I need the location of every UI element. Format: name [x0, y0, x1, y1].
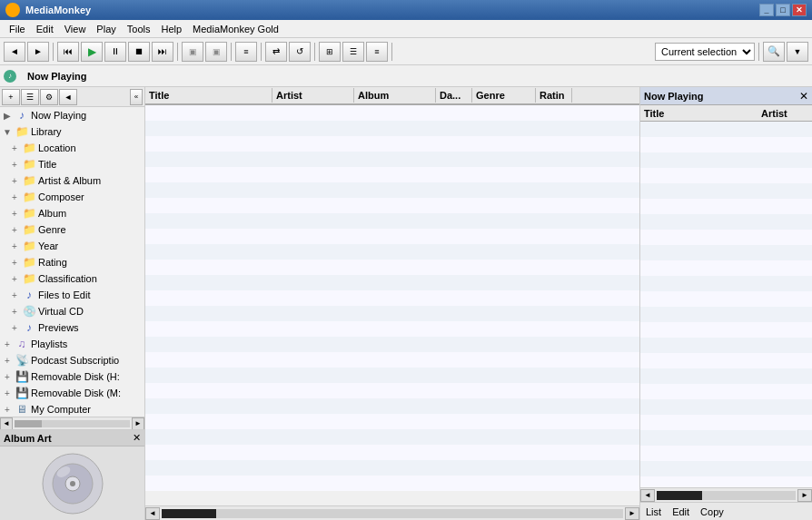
equalizer-button[interactable]: ≡ [235, 42, 257, 62]
repeat-button[interactable]: ↺ [289, 42, 311, 62]
expand-location[interactable]: + [7, 143, 22, 153]
expand-now-playing[interactable]: ▶ [0, 111, 15, 121]
np-row[interactable] [640, 368, 812, 384]
table-row[interactable] [145, 429, 639, 445]
np-row[interactable] [640, 461, 812, 476]
menu-help[interactable]: Help [155, 22, 187, 36]
table-row[interactable] [145, 275, 639, 290]
expand-previews[interactable]: + [7, 323, 22, 333]
prev-button[interactable]: ⏮ [57, 42, 79, 62]
table-row[interactable] [145, 445, 639, 460]
stop-button[interactable]: ⏹ [128, 42, 150, 62]
np-row[interactable] [640, 322, 812, 338]
table-row[interactable] [145, 460, 639, 476]
tree-item-year[interactable]: + 📁 Year [0, 238, 144, 254]
expand-genre[interactable]: + [7, 225, 22, 235]
tree-item-library[interactable]: ▼ 📁 Library [0, 123, 144, 140]
np-row[interactable] [640, 476, 812, 487]
np-row[interactable] [640, 384, 812, 399]
np-copy-link[interactable]: Copy [700, 506, 724, 517]
np-row[interactable] [640, 307, 812, 322]
expand-files-to-edit[interactable]: + [7, 290, 22, 300]
np-edit-link[interactable]: Edit [672, 506, 689, 517]
table-row[interactable] [145, 198, 639, 213]
col-genre[interactable]: Genre [472, 88, 536, 103]
table-row[interactable] [145, 136, 639, 152]
tree-settings-button[interactable]: ⚙ [40, 89, 58, 105]
tree-item-previews[interactable]: + ♪ Previews [0, 319, 144, 336]
table-row[interactable] [145, 398, 639, 414]
np-col-artist[interactable]: Artist [758, 107, 812, 120]
expand-virtual-cd[interactable]: + [7, 307, 22, 317]
np-row[interactable] [640, 137, 812, 152]
menu-play[interactable]: Play [91, 22, 121, 36]
tree-item-rating[interactable]: + 📁 Rating [0, 254, 144, 270]
detail-view-button[interactable]: ≡ [366, 42, 388, 62]
next-button[interactable]: ⏭ [152, 42, 173, 62]
tree-item-podcast[interactable]: + 📡 Podcast Subscriptio [0, 352, 144, 368]
tree-collapse-button[interactable]: « [130, 89, 143, 105]
tree-hscroll-left[interactable]: ◄ [0, 417, 13, 430]
np-row[interactable] [640, 245, 812, 260]
menu-gold[interactable]: MediaMonkey Gold [187, 22, 284, 36]
np-hscroll-right[interactable]: ► [797, 489, 812, 502]
close-button[interactable]: ✕ [792, 4, 807, 16]
table-row[interactable] [145, 321, 639, 337]
tree-hscroll[interactable]: ◄ ► [0, 417, 144, 429]
np-row[interactable] [640, 260, 812, 276]
table-row[interactable] [145, 182, 639, 198]
tree-add-button[interactable]: + [2, 89, 20, 105]
tree-item-files-to-edit[interactable]: + ♪ Files to Edit [0, 287, 144, 303]
tree-item-composer[interactable]: + 📁 Composer [0, 189, 144, 205]
expand-classification[interactable]: + [7, 274, 22, 284]
table-row[interactable] [145, 213, 639, 229]
back-button[interactable]: ◄ [4, 42, 25, 62]
tree-item-virtual-cd[interactable]: + 💿 Virtual CD [0, 303, 144, 319]
expand-title[interactable]: + [7, 160, 22, 170]
table-row[interactable] [145, 306, 639, 321]
minimize-button[interactable]: _ [759, 4, 774, 16]
tree-item-removable1[interactable]: + 💾 Removable Disk (H: [0, 368, 144, 385]
shuffle-button[interactable]: ⇄ [265, 42, 287, 62]
tree-view-button[interactable]: ☰ [21, 89, 39, 105]
np-row[interactable] [640, 399, 812, 415]
tree-item-album[interactable]: + 📁 Album [0, 205, 144, 221]
expand-rating[interactable]: + [7, 258, 22, 268]
col-title[interactable]: Title [145, 88, 272, 103]
content-hscroll-left[interactable]: ◄ [145, 507, 160, 520]
np-hscroll-left[interactable]: ◄ [640, 489, 655, 502]
forward-button[interactable]: ► [27, 42, 49, 62]
selection-dropdown[interactable]: Current selectionLibraryNow Playing [655, 43, 755, 61]
np-row[interactable] [640, 168, 812, 183]
tree-item-removable2[interactable]: + 💾 Removable Disk (M: [0, 385, 144, 401]
tree-item-my-computer[interactable]: + 🖥 My Computer [0, 401, 144, 417]
menu-edit[interactable]: Edit [31, 22, 59, 36]
np-panel-close[interactable]: ✕ [799, 90, 808, 103]
list-view-button[interactable]: ☰ [342, 42, 364, 62]
play-button[interactable]: ▶ [81, 42, 103, 62]
np-row[interactable] [640, 199, 812, 214]
content-hscroll-right[interactable]: ► [625, 507, 639, 520]
expand-year[interactable]: + [7, 241, 22, 251]
col-rating[interactable]: Ratin [536, 88, 572, 103]
search-button[interactable]: 🔍 [763, 42, 785, 62]
np-row[interactable] [640, 122, 812, 137]
menu-tools[interactable]: Tools [122, 22, 156, 36]
np-row[interactable] [640, 214, 812, 230]
tree-arrow-left[interactable]: ◄ [59, 89, 77, 105]
maximize-button[interactable]: □ [776, 4, 790, 16]
table-row[interactable] [145, 244, 639, 260]
np-row[interactable] [640, 152, 812, 168]
table-row[interactable] [145, 368, 639, 383]
table-row[interactable] [145, 414, 639, 429]
tree-hscroll-right[interactable]: ► [132, 417, 144, 430]
table-row[interactable] [145, 260, 639, 275]
expand-library[interactable]: ▼ [0, 127, 15, 137]
table-row[interactable] [145, 229, 639, 244]
expand-removable2[interactable]: + [0, 388, 15, 398]
expand-artist-album[interactable]: + [7, 176, 22, 186]
np-row[interactable] [640, 183, 812, 199]
expand-my-computer[interactable]: + [0, 405, 15, 415]
tree-item-location[interactable]: + 📁 Location [0, 140, 144, 156]
menu-view[interactable]: View [59, 22, 92, 36]
